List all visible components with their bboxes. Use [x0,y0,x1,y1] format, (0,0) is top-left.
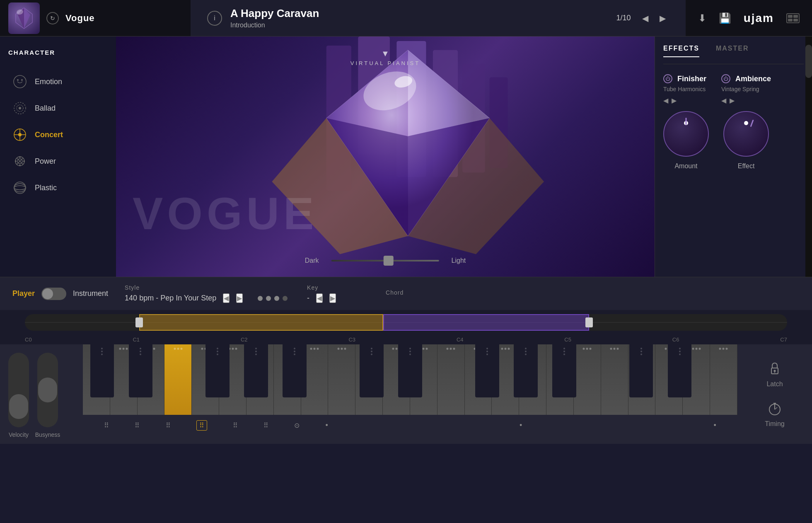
piano-icon-1[interactable]: ⠿ [104,421,109,429]
black-key-d#3[interactable] [668,344,692,397]
key-label: Key [307,284,369,291]
next-song-button[interactable]: ▶ [657,12,669,24]
svg-point-18 [15,160,17,162]
piano-icon-2[interactable]: ⠿ [135,421,140,429]
layout-toggle[interactable] [786,13,800,23]
piano-icon-5[interactable]: ⠿ [233,421,238,429]
black-key-g#[interactable] [244,344,268,397]
velocity-slider[interactable] [8,353,29,427]
piano-icon-3[interactable]: ⠿ [166,421,171,429]
style-dot-4 [283,296,288,301]
finisher-prev[interactable]: ◀ [663,97,668,104]
char-item-plastic[interactable]: Plastic [8,174,108,201]
latch-button[interactable]: Latch [766,361,783,388]
black-key-c#[interactable] [90,344,114,397]
logo-area: ↻ Vogue [0,2,191,34]
range-handle-left[interactable] [135,317,143,327]
reload-button[interactable]: ↻ [46,12,59,24]
busyness-label: Busyness [35,431,60,438]
black-key-a#[interactable] [283,344,307,397]
player-toggle-switch[interactable] [41,288,66,300]
piano-dot-indicator-2: • [520,421,522,430]
dark-light-control[interactable]: Dark Light [305,257,466,264]
svg-point-22 [14,186,26,190]
download-button[interactable]: ⬇ [698,12,706,24]
finisher-amount-knob[interactable] [663,111,709,157]
chord-label: Chord [386,289,448,296]
black-key-f#[interactable] [205,344,230,397]
black-key-c#2[interactable] [360,344,384,397]
style-dot-2 [266,296,271,301]
ambience-block: ⏻ Ambience Vintage Spring ◀ ▶ Effect [721,74,771,170]
key-value: - [307,294,309,303]
char-item-concert[interactable]: Concert [8,121,108,148]
busyness-slider[interactable] [37,353,58,427]
knob-indicator-2 [744,121,748,125]
svg-point-21 [19,165,21,166]
char-item-emotion[interactable]: Emotion [8,68,108,95]
style-next[interactable]: ▶ [236,293,243,303]
piano-bottom-icons: ⠿ ⠿ ⠿ ⠿ ⠿ ⠿ ⊙ • • • [83,415,737,436]
range-handle-right[interactable] [585,317,593,327]
song-area: i A Happy Caravan Introduction 1/10 ◀ ▶ [191,0,686,36]
info-button[interactable]: i [207,11,222,26]
svg-point-13 [18,133,22,136]
piano-keyboard: .bk-wrapper { display:flex; flex:7; } .b… [83,344,737,436]
piano-icon-4-active[interactable]: ⠿ [196,420,207,431]
latch-icon [766,361,783,377]
prev-song-button[interactable]: ◀ [639,12,652,24]
black-key-c#3[interactable] [629,344,653,397]
finisher-power[interactable]: ⏻ [663,74,672,83]
style-prev[interactable]: ◀ [223,293,230,303]
effects-tabs: EFFECTS MASTER [663,45,804,64]
ambience-arrows: ◀ ▶ [721,97,771,104]
song-counter: 1/10 [616,14,631,22]
concert-icon [12,127,27,142]
key-prev[interactable]: ◀ [316,293,323,303]
piano-dot-indicator: • [326,421,328,430]
timing-button[interactable]: Timing [765,400,784,428]
piano-icon-6[interactable]: ⠿ [263,421,268,429]
light-label: Light [452,257,466,264]
busyness-thumb[interactable] [38,378,57,402]
black-key-d#2[interactable] [398,344,422,397]
toggle-knob [42,288,53,299]
black-key-a#2[interactable] [552,344,576,397]
char-item-power[interactable]: Power [8,148,108,174]
ambience-prev[interactable]: ◀ [721,97,726,104]
svg-marker-1 [24,8,30,29]
vp-label: ▼ VIRTUAL PIANIST [350,49,420,66]
tab-effects[interactable]: EFFECTS [663,45,699,57]
black-key-f#2[interactable] [475,344,499,397]
svg-point-19 [23,160,25,162]
finisher-next[interactable]: ▶ [672,97,677,104]
ambience-knob-section: Effect [721,111,771,170]
ujam-brand: ujam [744,12,774,25]
key-label-c0: C0 [25,337,32,343]
dark-light-slider[interactable] [331,260,439,262]
char-item-ballad[interactable]: Ballad [8,95,108,121]
piano-icon-7[interactable]: ⊙ [294,421,300,429]
tab-master[interactable]: MASTER [716,45,749,57]
key-next[interactable]: ▶ [329,293,336,303]
dark-light-thumb[interactable] [383,256,393,266]
song-nav: ◀ ▶ [639,12,669,24]
key-label-c2: C2 [241,337,248,343]
scrollbar-thumb[interactable] [805,45,812,78]
ambience-power[interactable]: ⏻ [721,74,730,83]
black-key-g#2[interactable] [514,344,538,397]
keyboard-range-bar [25,314,787,331]
save-button[interactable]: 💾 [719,12,731,24]
player-section: Player Instrument Style 140 bpm - Pep In… [0,277,812,310]
plugin-name: Vogue [65,13,95,24]
ambience-effect-knob[interactable] [723,111,769,157]
finisher-knob-section: Amount [663,111,709,170]
scrollbar[interactable] [805,36,812,277]
velocity-thumb[interactable] [9,394,28,419]
product-gem [8,2,40,34]
piano-section: Velocity Busyness [0,344,812,444]
black-key-d#[interactable] [129,344,153,397]
key-label-c6: C6 [672,337,679,343]
ambience-next[interactable]: ▶ [730,97,735,104]
plastic-icon [12,180,27,195]
